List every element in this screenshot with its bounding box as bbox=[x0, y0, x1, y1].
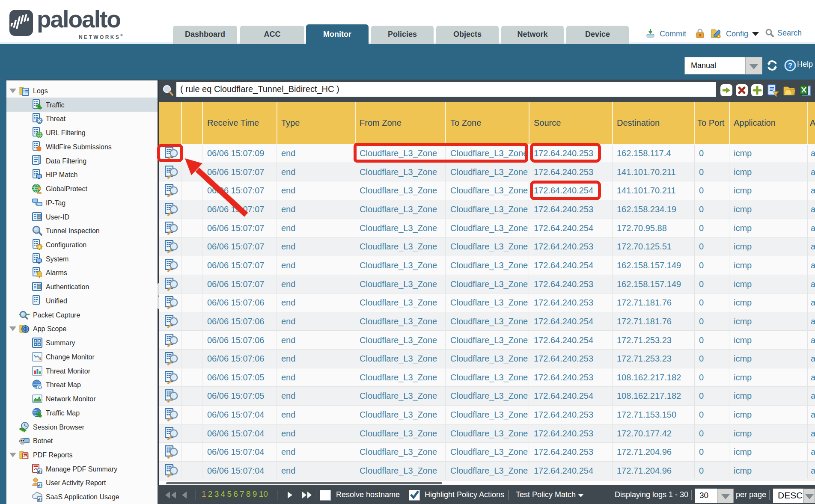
svg-text:?: ? bbox=[788, 62, 792, 69]
